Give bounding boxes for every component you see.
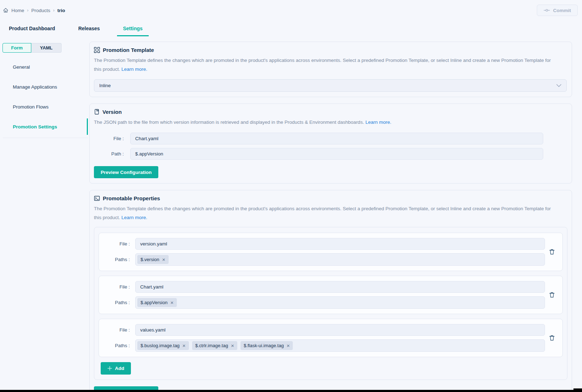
version-file-input[interactable] (130, 133, 543, 144)
sidebar-item-manage-applications[interactable]: Manage Applications (0, 77, 88, 97)
breadcrumb-home[interactable]: Home (11, 8, 24, 13)
path-chip: $.version× (137, 255, 169, 264)
path-chip: $.flask-ui.image.tag× (240, 341, 293, 350)
property-paths-label: Paths : (99, 257, 133, 262)
property-file-input[interactable] (135, 324, 545, 336)
add-property-button[interactable]: Add (101, 362, 131, 375)
property-paths-input[interactable]: $.buslog.image.tag× $.ctrlr.image.tag× $… (135, 339, 545, 352)
chevron-down-icon (556, 84, 561, 87)
learn-more-link[interactable]: Learn more. (365, 120, 391, 125)
sidebar-item-promotion-settings[interactable]: Promotion Settings (0, 117, 88, 137)
promotable-properties-card: Promotable Properties The Promotion Temp… (89, 190, 572, 392)
form-toggle-button[interactable]: Form (2, 43, 31, 53)
tab-settings[interactable]: Settings (117, 21, 149, 36)
learn-more-link[interactable]: Learn more. (121, 215, 147, 220)
sidebar-divider (3, 138, 88, 138)
remove-path-icon[interactable]: × (231, 343, 234, 348)
version-preview-configuration-button[interactable]: Preview Configuration (94, 166, 158, 178)
version-title: Version (102, 109, 122, 115)
property-paths-label: Paths : (99, 343, 133, 348)
sidebar-item-promotion-flows[interactable]: Promotion Flows (0, 97, 88, 117)
commit-icon (544, 8, 550, 13)
promotion-template-description: The Promotion Template defines the chang… (94, 56, 553, 74)
breadcrumb-separator: › (27, 8, 28, 13)
remove-path-icon[interactable]: × (162, 257, 165, 262)
remove-path-icon[interactable]: × (182, 343, 186, 348)
commit-button-label: Commit (553, 8, 571, 13)
breadcrumb-separator: › (53, 8, 54, 13)
plus-icon (107, 366, 112, 371)
promotable-properties-description: The Promotion Template defines the chang… (94, 204, 553, 222)
yaml-toggle-button[interactable]: YAML (31, 43, 62, 53)
version-description: The JSON path to the file from which ver… (94, 118, 553, 127)
remove-path-icon[interactable]: × (170, 300, 174, 305)
promotable-properties-icon (94, 195, 100, 201)
home-icon[interactable] (3, 7, 9, 13)
breadcrumb-current: trio (57, 8, 65, 13)
path-chip: $.appVersion× (137, 298, 177, 307)
sidebar-item-general[interactable]: General (0, 57, 88, 77)
property-paths-input[interactable]: $.version× (135, 253, 545, 266)
main-content: Promotion Template The Promotion Templat… (88, 36, 582, 390)
tab-bar: Product Dashboard Releases Settings (0, 21, 582, 36)
version-card: Version The JSON path to the file from w… (89, 104, 572, 184)
delete-property-button[interactable] (548, 291, 556, 299)
version-path-label: Path : (94, 151, 127, 157)
version-icon (94, 109, 100, 115)
property-file-input[interactable] (135, 281, 545, 293)
promotable-properties-list: File : Paths : $.version× (94, 227, 567, 380)
promotable-property-row: File : Paths : $.appVersion× (99, 276, 563, 314)
property-file-label: File : (99, 284, 133, 290)
delete-property-button[interactable] (548, 334, 556, 342)
remove-path-icon[interactable]: × (287, 343, 290, 348)
property-file-label: File : (99, 327, 133, 333)
promotable-property-row: File : Paths : $.buslog.image.tag× $.ctr… (99, 319, 563, 357)
promotion-template-select-value: Inline (99, 83, 111, 88)
add-button-label: Add (115, 366, 124, 371)
delete-property-button[interactable] (548, 248, 556, 256)
top-bar: Home › Products › trio Commit (0, 0, 582, 21)
tab-product-dashboard[interactable]: Product Dashboard (3, 21, 61, 36)
sidebar-nav: General Manage Applications Promotion Fl… (0, 57, 88, 137)
bottom-bar-artifact (0, 390, 582, 392)
settings-sidebar: Form YAML General Manage Applications Pr… (0, 36, 88, 390)
promotion-template-card: Promotion Template The Promotion Templat… (89, 42, 572, 97)
version-path-input[interactable] (130, 148, 543, 160)
promotion-template-title: Promotion Template (103, 47, 154, 53)
form-yaml-toggle: Form YAML (2, 43, 62, 53)
version-file-label: File : (94, 136, 127, 141)
promotable-property-row: File : Paths : $.version× (99, 233, 563, 271)
promotable-properties-title: Promotable Properties (103, 195, 160, 201)
learn-more-link[interactable]: Learn more. (121, 67, 147, 72)
property-file-label: File : (99, 241, 133, 247)
property-file-input[interactable] (135, 238, 545, 250)
promotion-template-select[interactable]: Inline (94, 79, 567, 92)
promotion-template-icon (94, 47, 100, 53)
tab-releases[interactable]: Releases (72, 21, 106, 36)
breadcrumb-products[interactable]: Products (31, 8, 50, 13)
property-paths-label: Paths : (99, 300, 133, 305)
path-chip: $.buslog.image.tag× (137, 341, 189, 350)
breadcrumb: Home › Products › trio (3, 7, 65, 13)
path-chip: $.ctrlr.image.tag× (192, 341, 237, 350)
property-paths-input[interactable]: $.appVersion× (135, 296, 545, 309)
commit-button[interactable]: Commit (537, 5, 578, 16)
